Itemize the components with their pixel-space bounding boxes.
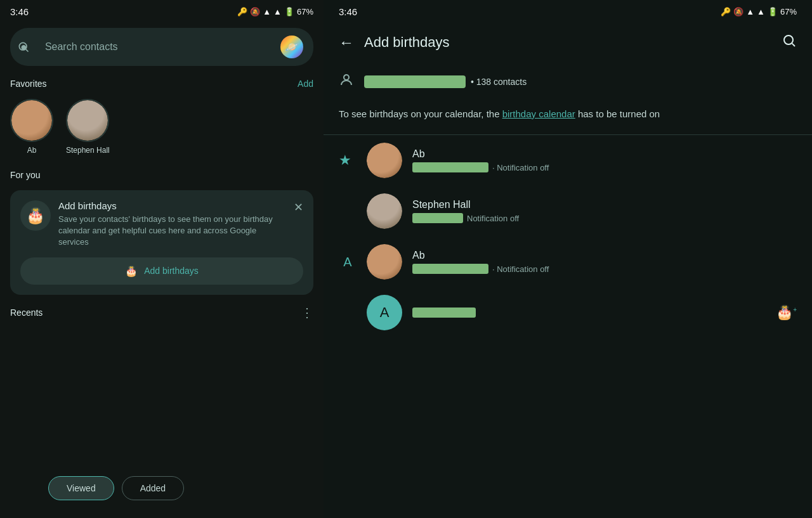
tab-viewed[interactable]: Viewed <box>48 476 114 500</box>
search-button-right[interactable] <box>782 33 797 52</box>
mute-icon: 🔕 <box>250 7 260 16</box>
back-button[interactable]: ← <box>339 34 354 51</box>
contact-sub-initial-a <box>412 308 766 318</box>
notice-text-before: To see birthdays on your calendar, the <box>339 108 502 119</box>
svg-point-0 <box>19 42 27 50</box>
key-icon: 🔑 <box>237 7 247 16</box>
birthday-notice: To see birthdays on your calendar, the b… <box>324 101 812 134</box>
wifi-icon-right: ▲ <box>746 7 754 16</box>
birthday-card-desc: Save your contacts' birthdays to see the… <box>58 214 286 249</box>
status-icons-left: 🔑 🔕 ▲ ▲ 🔋 67% <box>237 7 313 16</box>
birthday-cake-icon: 🎂 <box>20 200 51 231</box>
contact-name-ab-1: Ab <box>412 148 797 160</box>
contact-sub-stephen: Notification off <box>412 213 797 223</box>
favorite-ab[interactable]: Ab <box>10 99 53 155</box>
svg-point-4 <box>344 75 349 80</box>
status-bar-right: 3:46 🔑 🔕 ▲ ▲ 🔋 67% <box>324 0 812 23</box>
contact-item-initial-a[interactable]: ★ A 🎂+ <box>324 287 812 338</box>
avatar-ab <box>10 99 53 142</box>
favorites-row: Ab Stephen Hall <box>0 94 324 165</box>
key-icon-right: 🔑 <box>721 7 731 16</box>
contact-details-initial-a <box>412 308 766 318</box>
battery-icon-right: 🔋 <box>768 7 778 16</box>
contact-name-stephen: Stephen Hall <box>412 199 797 210</box>
svg-line-1 <box>26 49 29 52</box>
birthday-card-title: Add birthdays <box>58 200 286 211</box>
search-bar[interactable]: ● Search contacts 🪐 <box>10 28 313 66</box>
for-you-header: For you <box>0 165 324 185</box>
contact-details-ab-1: Ab · Notification off <box>412 148 797 172</box>
add-birthdays-button[interactable]: 🎂 Add birthdays <box>20 257 303 285</box>
recents-tabs: Viewed Added <box>38 471 194 505</box>
cake-icon-btn: 🎂 <box>125 265 138 277</box>
fav-name-ab: Ab <box>27 146 37 155</box>
for-you-section: 🎂 Add birthdays Save your contacts' birt… <box>0 185 324 295</box>
wifi-icon: ▲ <box>263 7 271 16</box>
right-panel: 3:46 🔑 🔕 ▲ ▲ 🔋 67% ← Add birthdays • 13 <box>324 0 812 518</box>
mute-icon-right: 🔕 <box>733 7 743 16</box>
time-left: 3:46 <box>10 6 29 17</box>
letter-a-1: A <box>339 255 357 269</box>
profile-avatar[interactable]: 🪐 <box>280 36 303 58</box>
star-icon: ★ <box>339 152 357 169</box>
add-birthday-button[interactable]: 🎂+ <box>776 304 797 321</box>
date-bar-ab-1 <box>412 162 488 172</box>
signal-icon: ▲ <box>273 7 282 16</box>
battery-pct-left: 67% <box>297 7 313 16</box>
left-panel: 3:46 🔑 🔕 ▲ ▲ 🔋 67% ● Search contacts 🪐 F… <box>0 0 324 518</box>
favorites-add-button[interactable]: Add <box>298 79 313 89</box>
contact-details-stephen: Stephen Hall Notification off <box>412 199 797 223</box>
time-right: 3:46 <box>339 6 357 17</box>
date-bar-initial-a <box>412 308 476 318</box>
add-birthdays-btn-label: Add birthdays <box>144 266 199 276</box>
favorites-header: Favorites Add <box>0 74 324 94</box>
account-info: • 138 contacts <box>364 75 527 88</box>
date-bar-ab-2 <box>412 264 488 274</box>
contacts-list: ★ Ab · Notification off ★ Stephen Hall <box>324 135 812 518</box>
contact-details-ab-2: Ab · Notification off <box>412 250 797 274</box>
svg-line-3 <box>792 44 795 46</box>
search-icon-svg <box>17 41 30 53</box>
date-bar-stephen <box>412 213 463 223</box>
notice-text-after: has to be turned on <box>575 108 660 119</box>
avatar-ab-right-1 <box>367 143 402 178</box>
signal-icon-right: ▲ <box>757 7 765 16</box>
notification-ab-2: · Notification off <box>492 264 549 274</box>
contact-sub-ab-2: · Notification off <box>412 264 797 274</box>
page-title: Add birthdays <box>364 34 771 51</box>
contact-item-stephen[interactable]: ★ Stephen Hall Notification off <box>324 186 812 236</box>
account-name-placeholder <box>364 75 466 88</box>
avatar-stephen-right <box>367 193 402 229</box>
status-bar-left: 3:46 🔑 🔕 ▲ ▲ 🔋 67% <box>0 0 324 23</box>
birthday-text-block: Add birthdays Save your contacts' birthd… <box>58 200 286 249</box>
more-options-button[interactable]: ⋮ <box>301 305 313 320</box>
status-icons-right: 🔑 🔕 ▲ ▲ 🔋 67% <box>721 7 797 16</box>
favorite-stephen[interactable]: Stephen Hall <box>66 99 110 155</box>
contact-sub-ab-1: · Notification off <box>412 162 797 172</box>
birthday-card-header: 🎂 Add birthdays Save your contacts' birt… <box>20 200 303 249</box>
svg-point-2 <box>784 36 793 44</box>
account-icon <box>339 72 354 91</box>
favorites-title: Favorites <box>10 79 47 89</box>
avatar-ab-right-2 <box>367 244 402 280</box>
battery-pct-right: 67% <box>780 7 797 16</box>
contact-item-ab-1[interactable]: ★ Ab · Notification off <box>324 135 812 186</box>
close-button[interactable]: ✕ <box>294 200 303 214</box>
notification-stephen: Notification off <box>467 214 519 223</box>
for-you-title: For you <box>10 170 40 180</box>
contact-item-ab-2[interactable]: A Ab · Notification off <box>324 236 812 287</box>
avatar-initial-a: A <box>367 295 402 330</box>
contact-name-ab-2: Ab <box>412 250 797 261</box>
birthday-calendar-link[interactable]: birthday calendar <box>502 108 575 119</box>
avatar-stephen <box>66 99 109 142</box>
recents-title: Recents <box>10 308 43 318</box>
recents-header: Recents ⋮ <box>0 295 324 325</box>
right-toolbar: ← Add birthdays <box>324 23 812 62</box>
account-row: • 138 contacts <box>324 62 812 101</box>
contacts-count: • 138 contacts <box>471 77 527 87</box>
battery-icon: 🔋 <box>284 7 294 16</box>
tab-added[interactable]: Added <box>122 476 184 500</box>
birthday-card: 🎂 Add birthdays Save your contacts' birt… <box>10 190 313 295</box>
notification-ab-1: · Notification off <box>492 163 549 172</box>
fav-name-stephen: Stephen Hall <box>66 146 110 155</box>
